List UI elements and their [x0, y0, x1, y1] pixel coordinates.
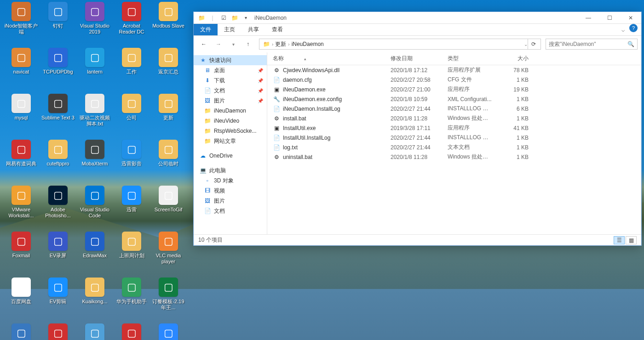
nav-quick-access[interactable]: ★快速访问 — [194, 55, 267, 65]
tab-share[interactable]: 共享 — [242, 24, 265, 35]
help-icon[interactable]: ? — [629, 24, 638, 32]
desktop-icon[interactable]: ▢cuteftppro — [40, 138, 76, 184]
desktop-icon[interactable]: ▢VLC media player — [150, 230, 187, 276]
address-dropdown-icon[interactable]: ⌄ — [524, 42, 528, 47]
desktop-icon[interactable]: ▢Kuaikong... — [76, 276, 113, 322]
desktop-icon[interactable]: ▢iNode智能客户端 — [3, 0, 40, 46]
desktop-icon[interactable]: ▢订餐模板-2.19 年王... — [150, 276, 187, 322]
search-input[interactable] — [549, 41, 627, 47]
details-view-button[interactable]: ☰ — [614, 236, 625, 244]
titlebar[interactable]: 📁 | ☑ 📁 ▾ iNeuDaemon ― ☐ ✕ — [194, 12, 641, 24]
file-row[interactable]: ▣InstallUtil.exe2019/3/28 17:11应用程序41 KB — [267, 123, 641, 133]
desktop-icon[interactable]: ▢lantern — [76, 46, 113, 92]
file-row[interactable]: 📄daemon.cfg2020/2/27 20:58CFG 文件1 KB — [267, 75, 641, 85]
nav-3d-objects[interactable]: ▫3D 对象 — [194, 176, 267, 186]
search-box[interactable]: 🔍 — [546, 39, 638, 50]
app-icon: ▢ — [159, 186, 178, 205]
desktop-icon[interactable]: ▢Modbus Slave — [150, 0, 187, 46]
qat-properties-icon[interactable]: ☑ — [218, 13, 229, 23]
ribbon-expand-icon[interactable]: ⌵ — [617, 24, 629, 35]
column-size[interactable]: 大小 — [497, 55, 534, 62]
nav-folder-ineudaemon[interactable]: 📁iNeuDaemon — [194, 106, 267, 116]
desktop-icon[interactable]: ▢Sublime Text 3 — [40, 92, 76, 138]
desktop-icon[interactable]: ▢EV录屏 — [40, 230, 76, 276]
desktop-icon[interactable]: ▢AR客户端 — [76, 322, 113, 340]
nav-documents-pc[interactable]: 📄文档 — [194, 206, 267, 216]
desktop-icon[interactable]: ▢Visual Studio 2019 — [76, 0, 113, 46]
close-button[interactable]: ✕ — [620, 12, 641, 24]
desktop-icon[interactable]: ▢腾讯会议 — [150, 322, 187, 340]
nav-desktop[interactable]: 🖥桌面📌 — [194, 65, 267, 75]
desktop-icon[interactable]: ▢Configure Virtual S — [3, 322, 40, 340]
qat-customize-icon[interactable]: ▾ — [241, 13, 251, 23]
forward-button[interactable]: → — [212, 38, 225, 51]
column-date[interactable]: 修改日期 — [385, 55, 442, 62]
desktop-icon[interactable]: ▢钉钉 — [40, 0, 76, 46]
column-name[interactable]: 名称▴ — [267, 55, 385, 62]
desktop-icon[interactable]: ▢返京汇总 — [150, 46, 187, 92]
desktop-icon[interactable]: ▢MobaXterm — [76, 138, 113, 184]
desktop-icon[interactable]: ▢大数据平台框架说明 — [113, 322, 150, 340]
desktop-icon[interactable]: ▢迅雷 — [113, 184, 150, 230]
nav-documents[interactable]: 📄文档📌 — [194, 85, 267, 96]
refresh-icon[interactable]: ⟳ — [528, 39, 539, 49]
breadcrumb-seg-1[interactable]: 更新 — [273, 40, 288, 48]
nav-folder-ineuvideo[interactable]: 📁iNeuVideo — [194, 116, 267, 126]
file-row[interactable]: ⚙Cjwdev.WindowsApi.dll2020/1/8 17:12应用程序… — [267, 65, 641, 75]
up-button[interactable]: ↑ — [242, 38, 254, 51]
breadcrumb-seg-2[interactable]: iNeuDaemon — [290, 41, 326, 47]
desktop-icon[interactable]: ▢TCPUDPDbg — [40, 46, 76, 92]
tab-home[interactable]: 主页 — [218, 24, 242, 35]
window-title: iNeuDaemon — [254, 15, 287, 21]
desktop-icon[interactable]: ▢华为手机助手 — [113, 276, 150, 322]
desktop-icon[interactable]: ▢公司 — [113, 92, 150, 138]
desktop-icon[interactable]: ▢Acrobat Reader DC — [113, 0, 150, 46]
tab-file[interactable]: 文件 — [194, 24, 218, 35]
navigation-pane[interactable]: ★快速访问 🖥桌面📌 ⬇下载📌 📄文档📌 🖼图片📌 📁iNeuDaemon 📁i… — [194, 52, 267, 234]
address-bar[interactable]: 📁 › 更新 › iNeuDaemon ⌄ ⟳ — [259, 39, 541, 50]
nav-downloads[interactable]: ⬇下载📌 — [194, 75, 267, 85]
qat-newfolder-icon[interactable]: 📁 — [230, 13, 240, 23]
file-row[interactable]: ▣iNeuDaemon.exe2020/2/27 21:00应用程序19 KB — [267, 85, 641, 94]
desktop-icon[interactable]: ▢ScreenToGif — [150, 184, 187, 230]
desktop-icon[interactable]: ▢驱动二次视频脚本.txt — [76, 92, 113, 138]
nav-onedrive[interactable]: ☁OneDrive — [194, 151, 267, 161]
minimize-button[interactable]: ― — [578, 12, 599, 24]
desktop-icon[interactable]: ▢VMware Workstati... — [3, 184, 40, 230]
desktop-icon[interactable]: ▢更新 — [150, 92, 187, 138]
file-row[interactable]: 🔧iNeuDaemon.exe.config2020/1/8 10:59XML … — [267, 94, 641, 104]
desktop-icon[interactable]: ▢公司临时 — [150, 138, 187, 184]
tab-view[interactable]: 查看 — [265, 24, 289, 35]
desktop-icon[interactable]: ▢Foxmail — [3, 230, 40, 276]
desktop-icon[interactable]: ▢网易有道词典 — [3, 138, 40, 184]
nav-pictures[interactable]: 🖼图片📌 — [194, 96, 267, 106]
nav-folder-rtsp[interactable]: 📁RtspWebSocke... — [194, 126, 267, 136]
desktop-icon[interactable]: ▢mysql — [3, 92, 40, 138]
recent-dropdown-icon[interactable]: ▾ — [227, 38, 240, 51]
large-icons-view-button[interactable]: ▦ — [626, 236, 637, 244]
desktop-icon[interactable]: ▢navicat — [3, 46, 40, 92]
column-type[interactable]: 类型 — [442, 55, 497, 62]
desktop-icon[interactable]: ▢工作 — [113, 46, 150, 92]
file-row[interactable]: 📄iNeuDaemon.InstallLog2020/2/27 21:44INS… — [267, 104, 641, 113]
file-row[interactable]: ⚙install.bat2020/1/8 11:28Windows 批处理...… — [267, 113, 641, 123]
desktop-icon[interactable]: ▢EdrawMax — [76, 230, 113, 276]
nav-this-pc[interactable]: 💻此电脑 — [194, 165, 267, 176]
desktop-icon[interactable]: ▢Adobe Photosho... — [40, 184, 76, 230]
nav-pictures-pc[interactable]: 🖼图片 — [194, 196, 267, 206]
desktop-icon[interactable]: ▢上班周计划 — [113, 230, 150, 276]
back-button[interactable]: ← — [197, 38, 210, 51]
desktop-icon[interactable]: ▢Visual Studio Code — [76, 184, 113, 230]
desktop-icon[interactable]: ▢迅雷影音 — [113, 138, 150, 184]
maximize-button[interactable]: ☐ — [599, 12, 620, 24]
desktop-icon[interactable]: ▢CCleaner64 — [40, 322, 76, 340]
nav-videos[interactable]: 🎞视频 — [194, 186, 267, 196]
desktop-icon[interactable]: ▢EV剪辑 — [40, 276, 76, 322]
nav-folder-articles[interactable]: 📁网站文章 — [194, 136, 267, 146]
search-icon[interactable]: 🔍 — [627, 41, 634, 47]
desktop-icon[interactable]: ▢百度网盘 — [3, 276, 40, 322]
file-row[interactable]: 📄InstallUtil.InstallLog2020/2/27 21:44IN… — [267, 133, 641, 142]
file-row[interactable]: ⚙uninstall.bat2020/1/8 11:28Windows 批处理.… — [267, 152, 641, 162]
file-row[interactable]: 📄log.txt2020/2/27 21:44文本文档1 KB — [267, 142, 641, 152]
file-list-body[interactable]: ⚙Cjwdev.WindowsApi.dll2020/1/8 17:12应用程序… — [267, 65, 641, 234]
